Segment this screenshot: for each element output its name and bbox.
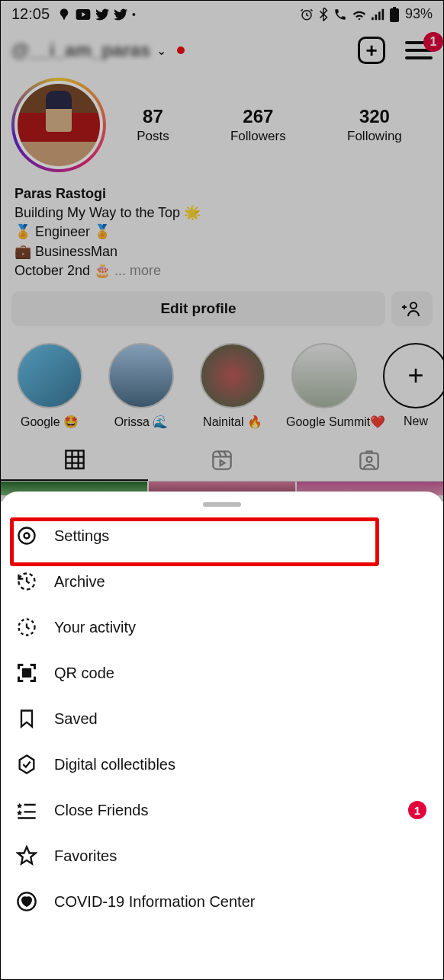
swiggy-icon — [57, 8, 71, 21]
menu-label: Your activity — [54, 619, 136, 636]
svg-rect-4 — [378, 11, 381, 20]
edit-profile-button[interactable]: Edit profile — [11, 291, 385, 326]
reels-icon — [211, 450, 233, 471]
menu-qr[interactable]: QR code — [1, 650, 443, 696]
youtube-icon — [76, 9, 91, 20]
activity-icon — [16, 617, 37, 638]
stat-followers[interactable]: 267 Followers — [230, 106, 286, 144]
posts-count: 87 — [137, 106, 169, 127]
tab-tagged[interactable] — [296, 440, 443, 481]
svg-rect-16 — [23, 669, 26, 672]
svg-rect-5 — [381, 8, 384, 19]
svg-rect-9 — [66, 450, 83, 468]
battery-icon — [390, 7, 399, 22]
star-icon — [16, 845, 37, 866]
call-icon — [333, 8, 347, 21]
svg-point-13 — [19, 528, 35, 544]
story-highlights: Google 🤩 Orissa 🌊 Nainital 🔥 Google Summ… — [1, 334, 443, 435]
menu-favorites[interactable]: Favorites — [1, 833, 443, 879]
svg-rect-3 — [375, 14, 377, 20]
hexagon-check-icon — [16, 754, 37, 775]
tab-reels[interactable] — [148, 440, 295, 481]
status-more-dot: • — [132, 8, 136, 21]
username-switcher[interactable]: @__i_am_paras ⌄ — [11, 40, 358, 61]
profile-page-dimmed: 12:05 • 93% @__i_am_paras ⌄ — [1, 1, 443, 501]
status-time: 12:05 — [11, 5, 50, 23]
following-label: Following — [347, 129, 402, 144]
svg-rect-17 — [27, 669, 30, 672]
profile-bio: Paras Rastogi Building My Way to the Top… — [1, 177, 443, 283]
close-friends-badge: 1 — [408, 801, 426, 819]
followers-label: Followers — [230, 129, 286, 144]
status-bar: 12:05 • 93% — [1, 1, 443, 23]
options-bottom-sheet: Settings Archive Your activity QR code S… — [1, 492, 443, 979]
svg-point-14 — [24, 533, 30, 539]
svg-rect-6 — [390, 8, 399, 22]
svg-point-8 — [410, 303, 417, 309]
bio-line: 🏅 Engineer 🏅 — [14, 223, 430, 242]
gear-icon — [16, 525, 37, 546]
menu-label: Digital collectibles — [54, 756, 175, 773]
profile-header: @__i_am_paras ⌄ 1 — [1, 23, 443, 72]
menu-saved[interactable]: Saved — [1, 696, 443, 741]
menu-close-friends[interactable]: Close Friends 1 — [1, 787, 443, 833]
highlight-new[interactable]: +New — [378, 343, 443, 429]
avatar-story-ring[interactable] — [11, 78, 106, 172]
posts-label: Posts — [137, 129, 169, 144]
twitter-icon-2 — [114, 8, 127, 21]
highlight-item[interactable]: Orissa 🌊 — [103, 343, 179, 429]
highlight-item[interactable]: Google Summit❤️ — [286, 343, 362, 429]
star-list-icon — [16, 799, 37, 821]
followers-count: 267 — [230, 106, 286, 127]
username-text: @__i_am_paras — [11, 40, 150, 61]
bookmark-icon — [16, 708, 37, 729]
bio-line: 💼 BusinessMan — [14, 242, 430, 261]
bio-name: Paras Rastogi — [14, 184, 430, 203]
tagged-icon — [359, 450, 380, 471]
svg-rect-18 — [23, 674, 26, 677]
add-person-icon — [402, 300, 422, 317]
archive-icon — [16, 571, 37, 592]
menu-label: Favorites — [54, 847, 117, 865]
highlight-item[interactable]: Google 🤩 — [11, 343, 88, 429]
highlight-item[interactable]: Nainital 🔥 — [195, 343, 271, 429]
menu-covid[interactable]: COVID-19 Information Center — [1, 879, 443, 924]
bio-more[interactable]: ... more — [114, 263, 161, 278]
menu-label: Archive — [54, 573, 105, 591]
chevron-down-icon: ⌄ — [156, 43, 166, 58]
signal-icon — [372, 8, 385, 21]
bio-line: Building My Way to the Top 🌟 — [14, 203, 430, 223]
menu-label: Saved — [54, 710, 98, 728]
svg-point-12 — [367, 456, 372, 462]
twitter-icon — [95, 8, 109, 21]
menu-archive[interactable]: Archive — [1, 559, 443, 604]
profile-stats-row: 87 Posts 267 Followers 320 Following — [1, 72, 443, 177]
sheet-drag-handle[interactable] — [203, 502, 241, 507]
stat-following[interactable]: 320 Following — [347, 106, 402, 144]
avatar-image — [18, 84, 100, 166]
bluetooth-icon — [318, 8, 329, 21]
tab-grid[interactable] — [1, 440, 148, 481]
menu-label: Close Friends — [54, 802, 148, 819]
grid-icon — [64, 449, 85, 470]
hamburger-menu-button[interactable]: 1 — [405, 41, 433, 59]
menu-settings[interactable]: Settings — [1, 513, 443, 559]
svg-rect-2 — [372, 17, 374, 20]
create-button[interactable] — [358, 37, 385, 64]
following-count: 320 — [347, 106, 402, 127]
stat-posts[interactable]: 87 Posts — [137, 106, 169, 144]
discover-people-button[interactable] — [391, 291, 433, 326]
menu-badge: 1 — [423, 32, 443, 52]
menu-label: Settings — [54, 527, 109, 545]
menu-label: QR code — [54, 665, 114, 682]
svg-rect-7 — [393, 7, 396, 8]
battery-percent: 93% — [405, 6, 433, 22]
wifi-icon — [352, 8, 367, 21]
notification-dot — [177, 46, 185, 54]
menu-label: COVID-19 Information Center — [54, 893, 255, 911]
menu-activity[interactable]: Your activity — [1, 604, 443, 650]
bio-line: October 2nd 🎂 — [14, 263, 111, 278]
heart-circle-icon — [16, 891, 37, 912]
menu-collectibles[interactable]: Digital collectibles — [1, 741, 443, 787]
alarm-icon — [300, 8, 314, 21]
